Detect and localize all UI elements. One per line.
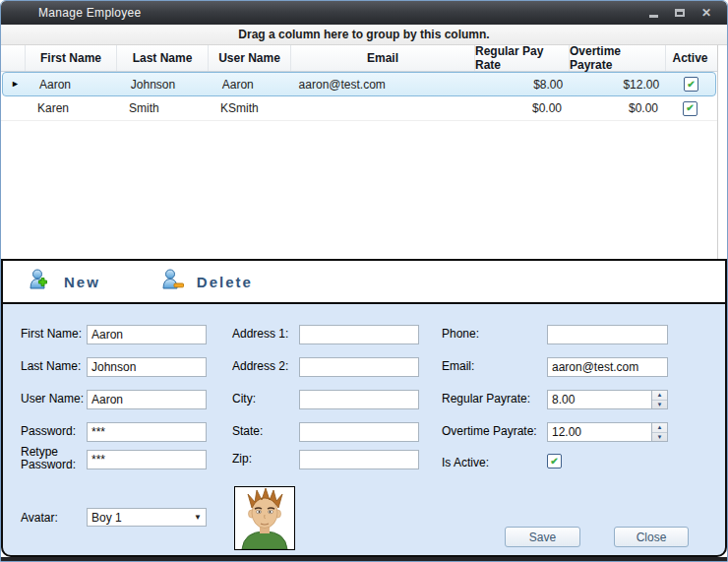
regular-payrate-label: Regular Payrate: (442, 393, 546, 406)
zip-label: Zip: (232, 453, 295, 466)
dropdown-arrow-icon: ▼ (194, 513, 202, 522)
address1-input[interactable] (299, 325, 419, 344)
overtime-payrate-label: Overtime Payrate: (442, 425, 546, 438)
column-header-active[interactable]: Active (666, 45, 714, 71)
employee-form: First Name: Last Name: User Name: Passwo… (3, 304, 725, 553)
avatar-image (234, 486, 295, 550)
window-controls: ✕ (644, 5, 727, 21)
cell-email: aaron@test.com (293, 73, 477, 95)
overtime-payrate-spin-buttons: ▲ ▼ (651, 422, 668, 442)
password-input[interactable] (87, 422, 207, 442)
cell-first-name: Karen (26, 96, 117, 120)
panel-toolbar: New Delete (3, 261, 725, 304)
maximize-button[interactable] (671, 5, 689, 21)
group-by-text: Drag a column here to group by this colu… (238, 28, 489, 41)
new-employee-icon (29, 269, 52, 294)
cell-user-name: KSmith (209, 96, 291, 120)
overtime-payrate-spinner: ▲ ▼ (547, 422, 668, 442)
row-indicator-cell (1, 96, 26, 120)
grid-row-selected[interactable]: ► Aaron Johnson Aaron aaron@test.com $8.… (2, 72, 716, 96)
window-bottom-edge (1, 557, 727, 562)
column-header-overtime-payrate[interactable]: Overtime Payrate (570, 45, 666, 71)
grid-header-row: First Name Last Name User Name Email Reg… (1, 45, 717, 72)
cell-active: ✔ (667, 73, 715, 95)
cell-overtime-payrate: $12.00 (571, 73, 667, 95)
grid-row[interactable]: Karen Smith KSmith $0.00 $0.00 ✔ (1, 96, 717, 121)
avatar-dropdown-value: Boy 1 (91, 511, 122, 525)
window-title: Manage Employee (1, 6, 142, 20)
city-label: City: (232, 393, 295, 406)
close-panel-button[interactable]: Close (614, 527, 689, 547)
current-row-indicator-icon: ► (11, 80, 20, 89)
regular-payrate-spinner: ▲ ▼ (547, 390, 668, 409)
row-indicator-column-header (1, 45, 26, 71)
employee-detail-panel: New Delete (1, 259, 727, 557)
cell-last-name: Johnson (119, 73, 211, 95)
maximize-icon (675, 9, 685, 17)
column-header-regular-pay-rate[interactable]: Regular Pay Rate (475, 45, 570, 71)
is-active-checkbox[interactable]: ✔ (547, 454, 562, 468)
address1-label: Address 1: (232, 328, 295, 341)
retype-password-input[interactable] (87, 450, 207, 469)
employee-grid: First Name Last Name User Name Email Reg… (1, 45, 718, 259)
delete-button-label: Delete (197, 274, 253, 290)
save-button[interactable]: Save (505, 527, 580, 547)
cell-first-name: Aaron (28, 73, 119, 95)
cell-user-name: Aaron (211, 73, 293, 95)
last-name-label: Last Name: (21, 360, 84, 373)
column-header-first-name[interactable]: First Name (26, 45, 117, 71)
column-header-user-name[interactable]: User Name (209, 45, 291, 71)
check-icon: ✔ (550, 457, 558, 467)
manage-employee-window: Manage Employee ✕ Drag a column here to … (0, 0, 728, 562)
minimize-button[interactable] (644, 5, 662, 21)
column-header-last-name[interactable]: Last Name (117, 45, 209, 71)
check-icon: ✔ (686, 103, 694, 113)
retype-password-label: Retype Password: (21, 446, 84, 471)
delete-button[interactable]: Delete (161, 269, 253, 294)
cell-last-name: Smith (117, 96, 209, 120)
state-input[interactable] (299, 422, 419, 442)
address2-input[interactable] (299, 357, 419, 377)
avatar-dropdown[interactable]: Boy 1 ▼ (87, 508, 207, 527)
zip-input[interactable] (299, 450, 419, 469)
spin-down-icon[interactable]: ▼ (652, 433, 667, 442)
state-label: State: (232, 425, 295, 438)
check-icon: ✔ (687, 80, 695, 90)
delete-employee-icon (161, 269, 185, 294)
first-name-label: First Name: (21, 328, 84, 341)
is-active-label: Is Active: (442, 457, 546, 469)
close-button[interactable]: ✕ (698, 5, 715, 21)
minimize-icon (649, 15, 658, 18)
user-name-label: User Name: (21, 393, 84, 406)
first-name-input[interactable] (87, 325, 207, 344)
email-input[interactable] (547, 357, 668, 377)
last-name-input[interactable] (87, 357, 207, 377)
address2-label: Address 2: (232, 360, 295, 373)
spin-up-icon[interactable]: ▲ (652, 423, 667, 433)
spin-down-icon[interactable]: ▼ (652, 401, 667, 409)
overtime-payrate-input[interactable] (547, 422, 651, 442)
avatar-label: Avatar: (21, 512, 84, 525)
cell-regular-pay-rate: $8.00 (476, 73, 571, 95)
regular-payrate-input[interactable] (547, 390, 651, 409)
group-by-bar[interactable]: Drag a column here to group by this colu… (1, 25, 727, 45)
column-header-email[interactable]: Email (291, 45, 475, 71)
cell-email (291, 96, 475, 120)
active-checkbox[interactable]: ✔ (683, 101, 698, 116)
row-indicator-cell: ► (3, 73, 28, 95)
titlebar[interactable]: Manage Employee ✕ (1, 1, 727, 25)
new-button-label: New (64, 274, 100, 290)
cell-overtime-payrate: $0.00 (570, 96, 666, 120)
city-input[interactable] (299, 390, 419, 409)
password-label: Password: (21, 425, 84, 438)
cell-active: ✔ (666, 96, 714, 120)
phone-input[interactable] (547, 325, 668, 344)
user-name-input[interactable] (87, 390, 207, 409)
spin-up-icon[interactable]: ▲ (652, 391, 667, 401)
cell-regular-pay-rate: $0.00 (475, 96, 570, 120)
regular-payrate-spin-buttons: ▲ ▼ (651, 390, 668, 409)
email-label: Email: (442, 360, 546, 373)
phone-label: Phone: (442, 328, 546, 341)
active-checkbox[interactable]: ✔ (684, 77, 698, 92)
new-button[interactable]: New (29, 269, 100, 294)
